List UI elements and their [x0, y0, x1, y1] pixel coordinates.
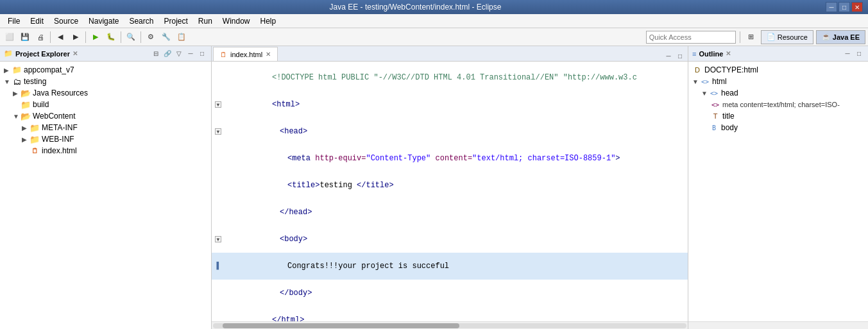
link-with-editor-button[interactable]: 🔗	[162, 49, 173, 59]
maximize-view-button[interactable]: □	[197, 49, 207, 59]
code-line-5: <title>testing </title>	[212, 172, 688, 199]
collapse-all-button[interactable]: ⊟	[151, 49, 161, 59]
menu-file[interactable]: File	[3, 15, 25, 27]
outline-scrollbar[interactable]	[688, 321, 868, 329]
close-button[interactable]: ✕	[851, 2, 863, 12]
tab-close-button[interactable]: ✕	[266, 51, 271, 58]
perspective-resource-label: Resource	[778, 33, 808, 41]
arrow-icon: ▶	[22, 136, 30, 143]
project-tree: ▶ 📁 appcompat_v7 ▼ 🗂 testing ▶ 📂 Java Re…	[0, 62, 211, 329]
code-line-1: <!DOCTYPE html PUBLIC "-//W3C//DTD HTML …	[212, 64, 688, 91]
folder-icon: 📁	[21, 99, 31, 110]
tb-run-button[interactable]: ▶	[89, 30, 103, 44]
tree-item-java-resources[interactable]: ▶ 📂 Java Resources	[0, 87, 211, 99]
tb-sep-2	[85, 31, 86, 43]
perspective-javaee-icon: ☕	[822, 33, 831, 41]
code-line-6: </head>	[212, 199, 688, 226]
collapse-button[interactable]: ▼	[215, 101, 221, 108]
tb-back-button[interactable]: ◀	[53, 30, 67, 44]
outline-item-meta[interactable]: <> meta content=text/html; charset=ISO-	[688, 99, 868, 110]
arrow-icon: ▼	[701, 90, 709, 97]
html-file-icon: 🗒	[30, 146, 40, 156]
maximize-button[interactable]: □	[838, 2, 850, 12]
h-scrollbar-track[interactable]	[213, 323, 686, 328]
tree-label: build	[33, 100, 49, 109]
tree-item-meta-inf[interactable]: ▶ 📁 META-INF	[0, 122, 211, 133]
tb-debug-button[interactable]: 🐛	[104, 30, 118, 44]
left-panel: 📁 Project Explorer ✕ ⊟ 🔗 ▽ ─ □ ▶ 📁 appco…	[0, 46, 212, 329]
arrow-icon: ▼	[13, 113, 21, 120]
outline-item-doctype[interactable]: D DOCTYPE:html	[688, 64, 868, 76]
outline-icon: ≡	[692, 50, 696, 58]
menu-edit[interactable]: Edit	[25, 15, 49, 27]
editor-minimize-button[interactable]: ─	[663, 51, 674, 61]
editor-scrollbar[interactable]	[212, 321, 688, 329]
tree-item-testing[interactable]: ▼ 🗂 testing	[0, 76, 211, 87]
tree-item-webcontent[interactable]: ▼ 📂 WebContent	[0, 110, 211, 122]
menu-help[interactable]: Help	[255, 15, 282, 27]
menu-source[interactable]: Source	[49, 15, 83, 27]
doctype-icon: D	[692, 65, 702, 75]
code-line-4: <meta http-equiv="Content-Type" content=…	[212, 145, 688, 172]
tb-sep-3	[121, 31, 121, 43]
code-content: </head>	[226, 199, 685, 226]
editor-maximize-button[interactable]: □	[675, 51, 685, 61]
outline-label: head	[721, 89, 738, 97]
outline-item-head[interactable]: ▼ <> head	[688, 87, 868, 99]
menu-run[interactable]: Run	[193, 15, 217, 27]
tree-label: index.html	[42, 146, 77, 155]
tb-sep-5	[740, 31, 740, 43]
tb-new-button[interactable]: ⬜	[3, 30, 17, 44]
line-gutter: ▼	[214, 101, 223, 108]
arrow-icon: ▶	[22, 124, 30, 131]
tb-search-button[interactable]: 🔍	[124, 30, 138, 44]
tb-save-button[interactable]: 💾	[18, 30, 32, 44]
outline-item-title[interactable]: T title	[688, 110, 868, 122]
tree-item-index-html[interactable]: ▶ 🗒 index.html	[0, 145, 211, 156]
arrow-icon: ▼	[692, 78, 700, 85]
collapse-button[interactable]: ▼	[215, 236, 221, 242]
folder-icon: 📁	[30, 134, 40, 144]
editor-tab-index-html[interactable]: 🗒 index.html ✕	[213, 47, 278, 61]
editor-tab-controls: ─ □	[663, 51, 688, 61]
tb-print-button[interactable]: 🖨	[33, 30, 47, 44]
project-explorer-title: 📁 Project Explorer ✕	[4, 49, 78, 58]
tb-ext3-button[interactable]: 📋	[174, 30, 189, 44]
tb-ext1-button[interactable]: ⚙	[144, 30, 158, 44]
tb-forward-button[interactable]: ▶	[69, 30, 83, 44]
menu-window[interactable]: Window	[217, 15, 255, 27]
tb-sep-4	[140, 31, 141, 43]
outline-item-body[interactable]: ▼ B body	[688, 122, 868, 133]
folder-open-icon: 📂	[21, 111, 31, 121]
tree-item-build[interactable]: ▶ 📁 build	[0, 99, 211, 110]
tree-item-appcompat[interactable]: ▶ 📁 appcompat_v7	[0, 64, 211, 76]
minimize-button[interactable]: ─	[826, 2, 837, 12]
menu-project[interactable]: Project	[158, 15, 192, 27]
arrow-icon: ▶	[4, 67, 12, 74]
tree-item-web-inf[interactable]: ▶ 📁 WEB-INF	[0, 133, 211, 145]
tb-ext2-button[interactable]: 🔧	[159, 30, 173, 44]
outline-item-html[interactable]: ▼ <> html	[688, 76, 868, 87]
perspective-resource-button[interactable]: 📄 Resource	[761, 30, 813, 44]
code-line-8[interactable]: ▌ Congrats!!!your project is succeful	[212, 253, 688, 280]
code-content: <title>testing </title>	[226, 172, 685, 199]
view-menu-button[interactable]: ▽	[174, 49, 184, 59]
perspective-javaee-button[interactable]: ☕ Java EE	[816, 30, 865, 44]
h-scrollbar-thumb[interactable]	[223, 323, 459, 328]
outline-minimize-button[interactable]: ─	[842, 49, 853, 59]
tb-perspective-ctrl[interactable]: ⊞	[744, 30, 758, 44]
project-explorer-controls: ⊟ 🔗 ▽ ─ □	[151, 49, 207, 59]
collapse-button[interactable]: ▼	[215, 128, 221, 135]
quick-access-input[interactable]	[646, 31, 736, 44]
minimize-view-button[interactable]: ─	[185, 49, 196, 59]
menu-search[interactable]: Search	[124, 15, 158, 27]
code-content: <head>	[226, 118, 685, 145]
folder-icon: 📁	[4, 49, 13, 58]
code-editor[interactable]: <!DOCTYPE html PUBLIC "-//W3C//DTD HTML …	[212, 62, 688, 321]
title-bar: Java EE - testing/WebContent/index.html …	[0, 0, 868, 14]
outline-maximize-button[interactable]: □	[854, 49, 864, 59]
outline-label: title	[722, 112, 735, 121]
menu-navigate[interactable]: Navigate	[83, 15, 124, 27]
window-controls: ─ □ ✕	[826, 2, 863, 12]
outline-label: DOCTYPE:html	[704, 65, 758, 74]
